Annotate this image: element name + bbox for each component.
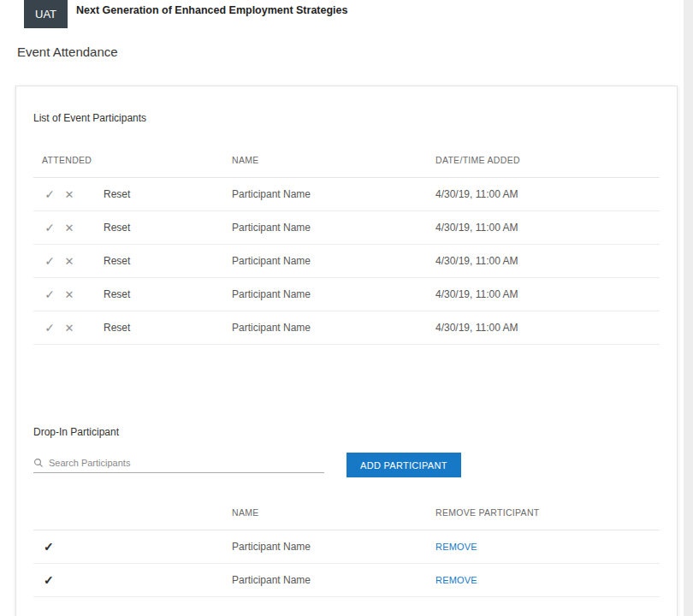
dropin-participant-row: ✓ Participant Name REMOVE	[33, 564, 660, 597]
event-attendance-card: List of Event Participants ATTENDED NAME…	[15, 86, 678, 616]
dropin-table: NAME REMOVE PARTICIPANT ✓ Participant Na…	[33, 495, 660, 597]
participant-name: Participant Name	[232, 288, 435, 300]
dropin-table-header: NAME REMOVE PARTICIPANT	[33, 495, 660, 530]
column-attended: ATTENDED	[33, 155, 232, 165]
participants-table: ATTENDED NAME DATE/TIME ADDED ✓ ✕ Reset …	[33, 143, 660, 345]
participant-name: Participant Name	[232, 188, 435, 200]
attended-x-icon[interactable]: ✕	[62, 288, 77, 301]
participants-section-title: List of Event Participants	[33, 112, 660, 124]
column-name: NAME	[232, 507, 435, 518]
participant-date-added: 4/30/19, 11:00 AM	[435, 222, 660, 234]
participant-row: ✓ ✕ Reset Participant Name 4/30/19, 11:0…	[33, 278, 660, 311]
app-header: UAT Next Generation of Enhanced Employme…	[0, 0, 693, 28]
reset-link[interactable]: Reset	[104, 188, 130, 200]
dropin-participant-row: ✓ Participant Name REMOVE	[33, 530, 660, 564]
participant-name: Participant Name	[232, 322, 435, 334]
attended-x-icon[interactable]: ✕	[62, 255, 77, 268]
attended-check-icon[interactable]: ✓	[42, 287, 57, 301]
scrollbar[interactable]	[684, 0, 693, 616]
participant-date-added: 4/30/19, 11:00 AM	[435, 288, 660, 300]
search-icon	[33, 458, 44, 468]
participant-row: ✓ ✕ Reset Participant Name 4/30/19, 11:0…	[33, 245, 660, 278]
participant-search-box[interactable]	[33, 458, 324, 473]
dropin-section-title: Drop-In Participant	[33, 426, 660, 438]
column-remove-participant: REMOVE PARTICIPANT	[435, 507, 660, 518]
participant-row: ✓ ✕ Reset Participant Name 4/30/19, 11:0…	[33, 211, 660, 245]
attended-x-icon[interactable]: ✕	[62, 322, 77, 335]
participant-date-added: 4/30/19, 11:00 AM	[435, 188, 660, 200]
participant-date-added: 4/30/19, 11:00 AM	[435, 322, 660, 334]
attended-check-icon[interactable]: ✓	[42, 321, 57, 335]
column-date-added: DATE/TIME ADDED	[435, 155, 660, 165]
participant-date-added: 4/30/19, 11:00 AM	[435, 255, 660, 267]
dropin-participant-name: Participant Name	[232, 541, 435, 553]
attended-check-icon[interactable]: ✓	[42, 187, 57, 201]
app-title: Next Generation of Enhanced Employment S…	[76, 4, 347, 16]
attended-x-icon[interactable]: ✕	[62, 222, 77, 234]
participant-name: Participant Name	[232, 222, 435, 234]
attended-check-icon[interactable]: ✓	[42, 221, 57, 234]
attended-check-icon[interactable]: ✓	[42, 254, 57, 268]
participant-row: ✓ ✕ Reset Participant Name 4/30/19, 11:0…	[33, 178, 660, 211]
participants-table-header: ATTENDED NAME DATE/TIME ADDED	[33, 143, 660, 178]
page-title: Event Attendance	[17, 44, 693, 59]
reset-link[interactable]: Reset	[104, 255, 130, 267]
attended-check-icon[interactable]: ✓	[33, 573, 232, 587]
reset-link[interactable]: Reset	[104, 322, 130, 334]
reset-link[interactable]: Reset	[104, 222, 130, 234]
column-name: NAME	[232, 155, 435, 165]
attended-x-icon[interactable]: ✕	[62, 188, 77, 201]
attended-check-icon[interactable]: ✓	[33, 540, 232, 554]
remove-link[interactable]: REMOVE	[435, 575, 660, 585]
dropin-participant-name: Participant Name	[232, 574, 435, 586]
participant-name: Participant Name	[232, 255, 435, 267]
environment-badge: UAT	[24, 0, 68, 28]
add-participant-button[interactable]: ADD PARTICIPANT	[346, 453, 461, 477]
dropin-search-row: ADD PARTICIPANT	[33, 453, 660, 477]
search-participants-input[interactable]	[49, 458, 305, 468]
participant-row: ✓ ✕ Reset Participant Name 4/30/19, 11:0…	[33, 311, 660, 345]
reset-link[interactable]: Reset	[104, 288, 130, 300]
remove-link[interactable]: REMOVE	[435, 542, 660, 552]
